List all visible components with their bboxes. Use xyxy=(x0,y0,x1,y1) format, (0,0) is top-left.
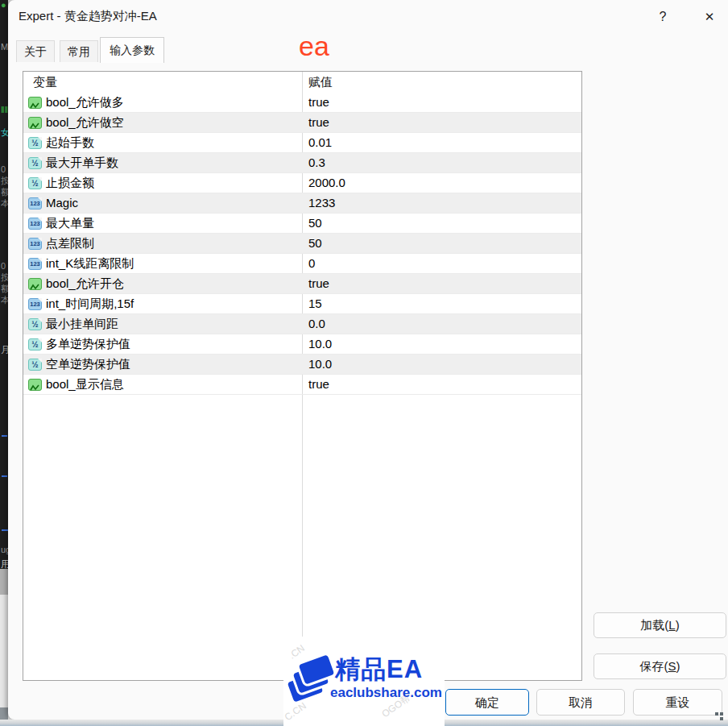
int-type-icon: 123 xyxy=(28,197,42,210)
param-name: 多单逆势保护值 xyxy=(46,334,130,354)
title-bar[interactable]: Expert - 黄金趋势对冲-EA ? ✕ xyxy=(8,0,728,32)
param-row[interactable]: 123 int_K线距离限制 0 xyxy=(23,254,581,274)
param-row[interactable]: ½ 起始手数 0.01 xyxy=(23,133,581,153)
background-text-fragment: 用 xyxy=(1,559,8,569)
background-text-fragment: ● xyxy=(1,0,8,10)
param-row[interactable]: 123 int_时间周期,15f 15 xyxy=(23,294,581,314)
background-text-fragment: 额 xyxy=(1,187,8,197)
int-type-icon: 123 xyxy=(28,238,42,250)
param-row[interactable]: bool_允许做多 true xyxy=(23,93,581,113)
param-value[interactable]: 10.0 xyxy=(308,355,578,374)
tab-about[interactable]: 关于 xyxy=(16,40,55,62)
param-row[interactable]: ½ 止损金额 2000.0 xyxy=(23,173,581,193)
param-value[interactable]: 50 xyxy=(308,214,578,233)
reset-button[interactable]: 重设 xyxy=(633,689,722,716)
double-type-icon: ½ xyxy=(28,318,42,330)
double-type-icon: ½ xyxy=(28,359,42,371)
param-value[interactable]: 2000.0 xyxy=(308,173,578,193)
double-type-icon: ½ xyxy=(28,137,42,149)
cancel-button[interactable]: 取消 xyxy=(536,689,625,716)
param-value[interactable]: 0 xyxy=(308,254,578,273)
double-type-icon: ½ xyxy=(28,177,42,189)
ok-button[interactable]: 确定 xyxy=(445,689,529,716)
param-row[interactable]: ½ 最大开单手数 0.3 xyxy=(23,153,581,173)
load-button[interactable]: 加载(L) xyxy=(594,612,726,638)
param-name: 最小挂单间距 xyxy=(46,314,118,334)
chart-scale-mark xyxy=(2,435,7,437)
ea-watermark-text: ea xyxy=(282,32,346,60)
param-value[interactable]: 1233 xyxy=(308,193,578,213)
background-block xyxy=(0,595,8,707)
watermark-site-url: eaclubshare.com xyxy=(330,685,442,701)
save-button[interactable]: 保存(S) xyxy=(594,653,726,679)
faint-watermark-text: C.CN xyxy=(283,700,308,723)
param-value[interactable]: 0.0 xyxy=(308,314,578,334)
background-text-fragment: 按 xyxy=(1,272,8,282)
save-button-label: 保存( xyxy=(639,659,668,673)
column-header-variable: 变量 xyxy=(33,72,57,93)
eaclubshare-watermark: .CN C.CN OGO帮 精品EA eaclubshare.com xyxy=(283,637,445,726)
parameters-table[interactable]: 变量 赋值 bool_允许做多 true bool_允许做空 true ½ 起始… xyxy=(23,71,582,681)
param-name: int_K线距离限制 xyxy=(46,254,134,273)
param-row[interactable]: ½ 空单逆势保护值 10.0 xyxy=(23,355,581,375)
table-header: 变量 赋值 xyxy=(23,72,581,93)
param-row[interactable]: bool_允许做空 true xyxy=(23,113,581,133)
resize-grip-icon[interactable] xyxy=(720,717,723,720)
background-text-fragment: 0 xyxy=(1,164,8,174)
double-type-icon: ½ xyxy=(28,338,42,351)
param-row[interactable]: 123 点差限制 50 xyxy=(23,234,581,254)
param-value[interactable]: true xyxy=(308,375,578,394)
param-name: 止损金额 xyxy=(46,173,94,193)
save-hotkey: S xyxy=(668,659,676,673)
help-button[interactable]: ? xyxy=(649,6,676,27)
background-text-fragment: ug xyxy=(1,545,8,554)
background-text-fragment: 按 xyxy=(1,176,8,185)
background-text-fragment: M xyxy=(1,42,8,52)
param-value[interactable]: 10.0 xyxy=(308,334,578,354)
load-button-label-end: ) xyxy=(676,618,680,632)
param-value[interactable]: 15 xyxy=(308,294,578,313)
bool-type-icon xyxy=(28,117,42,129)
param-row[interactable]: bool_显示信息 true xyxy=(23,375,581,395)
resize-grip-icon[interactable] xyxy=(715,712,718,716)
param-name: 起始手数 xyxy=(46,133,94,152)
param-row[interactable]: ½ 最小挂单间距 0.0 xyxy=(23,314,581,334)
param-value[interactable]: true xyxy=(308,274,578,293)
double-type-icon: ½ xyxy=(28,157,42,169)
param-row[interactable]: 123 Magic 1233 xyxy=(23,193,581,214)
resize-grip-icon[interactable] xyxy=(720,712,723,716)
param-value[interactable]: 50 xyxy=(308,234,578,253)
tab-inputs[interactable]: 输入参数 xyxy=(100,37,164,63)
chart-scale-mark xyxy=(2,475,7,477)
param-name: bool_显示信息 xyxy=(46,375,124,394)
column-header-value: 赋值 xyxy=(308,72,333,93)
param-row[interactable]: 123 最大单量 50 xyxy=(23,214,581,234)
param-value[interactable]: true xyxy=(308,113,578,132)
param-value[interactable]: true xyxy=(308,93,578,112)
background-text-fragment: 0 xyxy=(1,261,8,271)
tab-common[interactable]: 常用 xyxy=(60,40,98,62)
int-type-icon: 123 xyxy=(28,258,42,270)
save-button-label-end: ) xyxy=(676,659,680,673)
background-terminal-strip: ● M ‖‖ 女 0 按 额 本 0 按 额 本 月 ug 用 xyxy=(0,0,8,726)
expert-properties-dialog: Expert - 黄金趋势对冲-EA ? ✕ 关于 常用 输入参数 ea 变量 … xyxy=(8,0,728,720)
background-block xyxy=(0,569,8,595)
load-hotkey: L xyxy=(668,618,675,632)
param-row[interactable]: ½ 多单逆势保护值 10.0 xyxy=(23,334,581,355)
load-button-label: 加载( xyxy=(640,618,668,632)
param-value[interactable]: 0.01 xyxy=(308,133,578,152)
param-name: 最大开单手数 xyxy=(46,153,118,172)
chart-scale-mark xyxy=(2,529,8,531)
param-name: 空单逆势保护值 xyxy=(46,355,130,374)
background-text-fragment: 月 xyxy=(1,345,8,355)
background-text-fragment: ‖‖ xyxy=(1,105,8,114)
param-name: int_时间周期,15f xyxy=(46,294,134,313)
param-name: 点差限制 xyxy=(46,234,94,253)
param-name: Magic xyxy=(46,193,78,213)
window-title: Expert - 黄金趋势对冲-EA xyxy=(19,9,157,24)
watermark-brand: 精品EA xyxy=(335,653,423,687)
param-row[interactable]: bool_允许开仓 true xyxy=(23,274,581,294)
param-value[interactable]: 0.3 xyxy=(308,153,578,172)
param-name: bool_允许做空 xyxy=(46,113,124,132)
close-button[interactable]: ✕ xyxy=(696,6,723,27)
